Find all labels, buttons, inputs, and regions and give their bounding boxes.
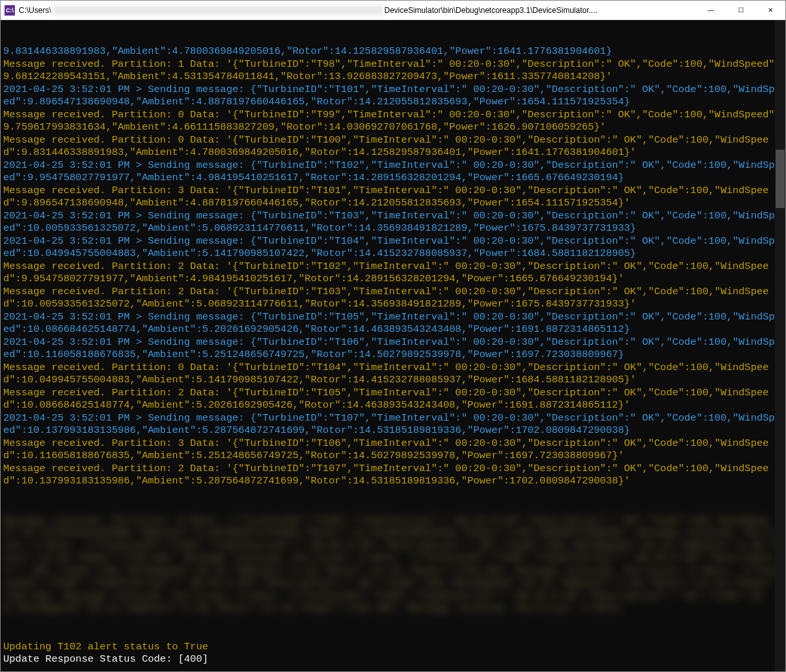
console-output[interactable]: 9.831446338891983,"Ambient":4.7800369849… bbox=[1, 20, 785, 671]
window-title-prefix: C:\Users\ bbox=[19, 6, 51, 15]
console-line: Update Response Status Code: [400] bbox=[3, 653, 783, 666]
console-line: Message received. Partition: 2 Data: '{"… bbox=[3, 463, 783, 488]
console-line: Message received. Partition: 2 Data: '{"… bbox=[3, 261, 783, 286]
console-line: Message received. Partition: 3 Data: '{"… bbox=[3, 437, 783, 463]
console-line: Message received. Partition: 0 Data: '{"… bbox=[3, 109, 783, 134]
console-line: 2021-04-25 3:52:01 PM > Sending message:… bbox=[3, 84, 783, 109]
console-line: 2021-04-25 3:52:01 PM > Sending message:… bbox=[3, 210, 783, 235]
console-footer-lines: Updating T102 alert status to TrueUpdate… bbox=[3, 641, 783, 666]
app-window: C:\ C:\Users\ DeviceSimulator\bin\Debug\… bbox=[0, 0, 786, 672]
console-redacted-block: Message received. Partition: 0 Data: '{"… bbox=[3, 515, 783, 616]
vertical-scrollbar[interactable] bbox=[775, 20, 785, 671]
console-line: Message received. Partition: 2 Data: '{"… bbox=[3, 387, 783, 412]
window-controls: — ☐ ✕ bbox=[696, 1, 785, 19]
console-line: 2021-04-25 3:52:01 PM > Sending message:… bbox=[3, 159, 783, 185]
close-button[interactable]: ✕ bbox=[756, 1, 785, 19]
console-line: Message received. Partition: 3 Data: '{"… bbox=[3, 185, 783, 210]
app-icon: C:\ bbox=[5, 5, 15, 16]
window-title-suffix: DeviceSimulator\bin\Debug\netcoreapp3.1\… bbox=[384, 6, 597, 15]
console-line: 2021-04-25 3:52:01 PM > Sending message:… bbox=[3, 412, 783, 437]
console-lines: 9.831446338891983,"Ambient":4.7800369849… bbox=[3, 45, 783, 488]
console-line: 9.831446338891983,"Ambient":4.7800369849… bbox=[3, 45, 783, 58]
console-line: Message received. Partition: 2 Data: '{"… bbox=[3, 286, 783, 311]
console-line: 2021-04-25 3:52:01 PM > Sending message:… bbox=[3, 235, 783, 261]
window-title-redacted bbox=[52, 6, 383, 15]
console-line: 2021-04-25 3:52:01 PM > Sending message:… bbox=[3, 311, 783, 336]
console-line: Message received. Partition: 1 Data: '{"… bbox=[3, 58, 783, 84]
maximize-button[interactable]: ☐ bbox=[726, 1, 756, 19]
console-line: Updating T102 alert status to True bbox=[3, 641, 783, 654]
console-line: Message received. Partition: 0 Data: '{"… bbox=[3, 362, 783, 387]
titlebar[interactable]: C:\ C:\Users\ DeviceSimulator\bin\Debug\… bbox=[1, 1, 785, 20]
scrollbar-thumb[interactable] bbox=[776, 150, 785, 208]
console-line: 2021-04-25 3:52:01 PM > Sending message:… bbox=[3, 336, 783, 362]
console-line: Message received. Partition: 0 Data: '{"… bbox=[3, 134, 783, 159]
minimize-button[interactable]: — bbox=[696, 1, 726, 19]
